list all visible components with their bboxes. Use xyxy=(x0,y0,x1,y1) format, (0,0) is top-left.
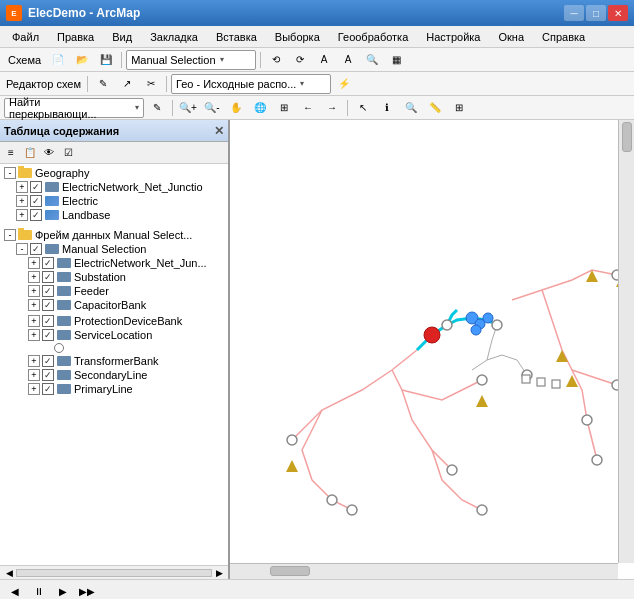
expand-protectiondevice[interactable]: + xyxy=(28,315,40,327)
map-nav-next[interactable]: ▶▶ xyxy=(76,582,98,600)
map-scrollbar-bottom[interactable] xyxy=(230,563,618,579)
tb-btn-a4[interactable]: A xyxy=(337,50,359,70)
manual-selection-dropdown[interactable]: Manual Selection ▾ xyxy=(126,50,256,70)
cb-electricnet-junction[interactable] xyxy=(30,181,42,193)
toc-item-capacitorbank[interactable]: + CapacitorBank xyxy=(0,298,228,312)
toc-item-electricnet-junction[interactable]: + ElectricNetwork_Net_Junctio xyxy=(0,180,228,194)
cb-protectiondevice[interactable] xyxy=(42,315,54,327)
tb-save-btn[interactable]: 💾 xyxy=(95,50,117,70)
expand-geography[interactable]: - xyxy=(4,167,16,179)
tb-extent[interactable]: ⊞ xyxy=(273,98,295,118)
minimize-button[interactable]: ─ xyxy=(564,5,584,21)
cb-landbase[interactable] xyxy=(30,209,42,221)
tb-new-btn[interactable]: 📄 xyxy=(47,50,69,70)
expand-manual-selection[interactable]: - xyxy=(16,243,28,255)
menu-edit[interactable]: Правка xyxy=(49,29,102,45)
tb-edit-btn2[interactable]: ↗ xyxy=(116,74,138,94)
expand-primaryline[interactable]: + xyxy=(28,383,40,395)
tb-zoom-in[interactable]: 🔍+ xyxy=(177,98,199,118)
map-nav-prev[interactable]: ◀ xyxy=(4,582,26,600)
maximize-button[interactable]: □ xyxy=(586,5,606,21)
tb-back[interactable]: ← xyxy=(297,98,319,118)
expand-electric[interactable]: + xyxy=(16,195,28,207)
tb-edit-btn3[interactable]: ✂ xyxy=(140,74,162,94)
geo-dropdown[interactable]: Гео - Исходные распо... ▾ xyxy=(171,74,331,94)
cb-electricnet-jun2[interactable] xyxy=(42,257,54,269)
map-area[interactable] xyxy=(230,120,634,579)
find-dropdown[interactable]: Найти перекрывающи... ▾ xyxy=(4,98,144,118)
toc-item-manual-selection[interactable]: - Manual Selection xyxy=(0,242,228,256)
toc-list-btn[interactable]: ≡ xyxy=(2,144,20,162)
tb-find-tool[interactable]: 🔍 xyxy=(400,98,422,118)
tb-zoom-out[interactable]: 🔍- xyxy=(201,98,223,118)
map-nav-play[interactable]: ▶ xyxy=(52,582,74,600)
expand-electricnet-junction[interactable]: + xyxy=(16,181,28,193)
menu-select[interactable]: Выборка xyxy=(267,29,328,45)
toc-item-substation[interactable]: + Substation xyxy=(0,270,228,284)
menu-settings[interactable]: Настройка xyxy=(418,29,488,45)
cb-electric[interactable] xyxy=(30,195,42,207)
expand-transformerbank[interactable]: + xyxy=(28,355,40,367)
tb-find-btn[interactable]: ✎ xyxy=(146,98,168,118)
toc-source-btn[interactable]: 📋 xyxy=(21,144,39,162)
toc-item-landbase[interactable]: + Landbase xyxy=(0,208,228,222)
toc-close-btn[interactable]: ✕ xyxy=(214,124,224,138)
menu-file[interactable]: Файл xyxy=(4,29,47,45)
tb-forward[interactable]: → xyxy=(321,98,343,118)
cb-primaryline[interactable] xyxy=(42,383,54,395)
map-scrollbar-right[interactable] xyxy=(618,120,634,563)
toc-item-feeder[interactable]: + Feeder xyxy=(0,284,228,298)
close-button[interactable]: ✕ xyxy=(608,5,628,21)
tb-geo-btn1[interactable]: ⚡ xyxy=(333,74,355,94)
toc-scroll-left[interactable]: ◀ xyxy=(2,567,16,579)
toc-item-geography[interactable]: - Geography xyxy=(0,166,228,180)
tb-open-btn[interactable]: 📂 xyxy=(71,50,93,70)
cb-servicelocation[interactable] xyxy=(42,329,54,341)
tb-select[interactable]: ↖ xyxy=(352,98,374,118)
expand-capacitorbank[interactable]: + xyxy=(28,299,40,311)
toc-item-freim[interactable]: - Фрейм данных Manual Select... xyxy=(0,228,228,242)
toc-scroll-right[interactable]: ▶ xyxy=(212,567,226,579)
tb-btn-a5[interactable]: 🔍 xyxy=(361,50,383,70)
menu-insert[interactable]: Вставка xyxy=(208,29,265,45)
toc-item-primaryline[interactable]: + PrimaryLine xyxy=(0,382,228,396)
expand-servicelocation[interactable]: + xyxy=(28,329,40,341)
toc-item-servicelocation[interactable]: + ServiceLocation xyxy=(0,328,228,342)
toc-scrollbar[interactable] xyxy=(16,569,212,577)
tb-identify[interactable]: ℹ xyxy=(376,98,398,118)
toc-item-electricnet-jun2[interactable]: + ElectricNetwork_Net_Jun... xyxy=(0,256,228,270)
expand-electricnet-jun2[interactable]: + xyxy=(28,257,40,269)
menu-bookmark[interactable]: Закладка xyxy=(142,29,206,45)
expand-secondaryline[interactable]: + xyxy=(28,369,40,381)
tb-globe[interactable]: 🌐 xyxy=(249,98,271,118)
cb-manual-selection[interactable] xyxy=(30,243,42,255)
tb-btn-a2[interactable]: ⟳ xyxy=(289,50,311,70)
toc-vis-btn[interactable]: 👁 xyxy=(40,144,58,162)
cb-feeder[interactable] xyxy=(42,285,54,297)
expand-freim[interactable]: - xyxy=(4,229,16,241)
cb-substation[interactable] xyxy=(42,271,54,283)
tb-btn-a6[interactable]: ▦ xyxy=(385,50,407,70)
expand-landbase[interactable]: + xyxy=(16,209,28,221)
map-nav-stop[interactable]: ⏸ xyxy=(28,582,50,600)
tb-grid[interactable]: ⊞ xyxy=(448,98,470,118)
cb-transformerbank[interactable] xyxy=(42,355,54,367)
toc-sel-btn[interactable]: ☑ xyxy=(59,144,77,162)
toc-item-protectiondevice[interactable]: + ProtectionDeviceBank xyxy=(0,314,228,328)
toc-item-transformerbank[interactable]: + TransformerBank xyxy=(0,354,228,368)
expand-substation[interactable]: + xyxy=(28,271,40,283)
tb-pan[interactable]: ✋ xyxy=(225,98,247,118)
tb-edit-btn1[interactable]: ✎ xyxy=(92,74,114,94)
toc-item-secondaryline[interactable]: + SecondaryLine xyxy=(0,368,228,382)
tb-btn-a1[interactable]: ⟲ xyxy=(265,50,287,70)
menu-windows[interactable]: Окна xyxy=(490,29,532,45)
menu-geoprocess[interactable]: Геообработка xyxy=(330,29,417,45)
menu-view[interactable]: Вид xyxy=(104,29,140,45)
menu-help[interactable]: Справка xyxy=(534,29,593,45)
toc-item-electric[interactable]: + Electric xyxy=(0,194,228,208)
cb-capacitorbank[interactable] xyxy=(42,299,54,311)
tb-measure[interactable]: 📏 xyxy=(424,98,446,118)
tb-btn-a3[interactable]: A xyxy=(313,50,335,70)
cb-secondaryline[interactable] xyxy=(42,369,54,381)
expand-feeder[interactable]: + xyxy=(28,285,40,297)
